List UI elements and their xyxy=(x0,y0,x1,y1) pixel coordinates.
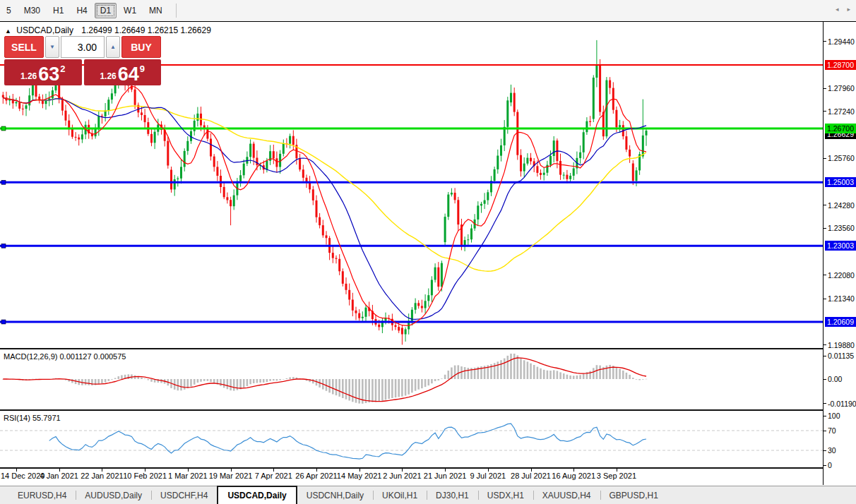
sell-price-display[interactable]: 1.26 63 2 xyxy=(4,59,82,85)
rsi-panel-canvas[interactable] xyxy=(0,411,823,467)
toolbar-divider xyxy=(176,4,177,18)
price-tick-label: 1.24280 xyxy=(828,200,855,210)
panel-separator[interactable] xyxy=(0,348,823,349)
volume-decrease-button[interactable]: ▼ xyxy=(45,36,59,58)
chart-tab-audusd-daily[interactable]: AUDUSD,Daily xyxy=(76,486,151,504)
macd-axis-label: -0.011904 xyxy=(828,399,856,409)
chart-window: ▲ USDCAD,Daily 1.26499 1.26649 1.26215 1… xyxy=(0,21,856,486)
sell-price-big: 63 xyxy=(38,65,59,84)
level-price-label-green: 1.26700 xyxy=(825,124,856,133)
rsi-axis-label: 100 xyxy=(828,411,840,421)
chart-symbol-label: USDCAD,Daily xyxy=(16,25,73,35)
axis-tick-mark xyxy=(824,450,826,451)
time-axis[interactable]: 14 Dec 20204 Jan 202122 Jan 202110 Feb 2… xyxy=(0,469,823,485)
price-tick-label: 1.27960 xyxy=(828,83,855,93)
buy-button[interactable]: BUY xyxy=(121,36,161,58)
buy-price-pip: 9 xyxy=(140,64,145,74)
axis-tick-mark xyxy=(824,275,826,275)
sell-button[interactable]: SELL xyxy=(4,36,44,58)
axis-tick-mark xyxy=(824,299,826,299)
axis-tick-mark xyxy=(824,356,826,356)
timeframe-button-m30[interactable]: M30 xyxy=(18,3,46,18)
price-tick-label: 1.19880 xyxy=(828,340,855,350)
axis-tick-mark xyxy=(824,228,826,229)
collapse-marker-icon[interactable]: ▲ xyxy=(5,28,11,35)
date-tick-label: 3 Sep 2021 xyxy=(597,472,636,480)
level-price-label-blue: 1.20609 xyxy=(825,317,856,327)
axis-tick-mark xyxy=(824,416,826,416)
level-price-label-blue: 1.23003 xyxy=(825,241,856,251)
chart-tab-dj30-h1[interactable]: DJ30,H1 xyxy=(427,486,478,504)
date-tick-label: 28 Jul 2021 xyxy=(511,472,551,480)
timeframe-button-w1[interactable]: W1 xyxy=(118,3,142,18)
chart-tab-eurusd-h4[interactable]: EURUSD,H4 xyxy=(8,486,76,504)
price-tick-label: 1.25760 xyxy=(828,153,855,163)
one-click-trade-panel: SELL ▼ 3.00 ▲ BUY 1.26 63 2 1.26 64 9 xyxy=(4,36,161,85)
timeframe-button-d1[interactable]: D1 xyxy=(95,3,117,18)
price-tick-label: 1.22080 xyxy=(828,270,855,280)
chart-ohlc-values: 1.26499 1.26649 1.26215 1.26629 xyxy=(81,25,211,35)
axis-tick-mark xyxy=(824,465,826,466)
price-axis[interactable]: 1.294401.279601.272401.257601.242801.235… xyxy=(823,22,856,485)
axis-tick-mark xyxy=(824,344,826,345)
macd-axis-label: 0.00 xyxy=(828,374,842,384)
date-tick-label: 1 Mar 2021 xyxy=(168,472,208,480)
tab-scroll-arrows: ◂ ▸ xyxy=(836,0,850,18)
price-tick-label: 1.23560 xyxy=(828,223,855,233)
axis-tick-mark xyxy=(824,158,826,159)
date-tick-label: 16 Aug 2021 xyxy=(552,472,595,480)
axis-tick-mark xyxy=(824,205,826,205)
panel-separator[interactable] xyxy=(0,409,823,411)
timeframe-button-h1[interactable]: H1 xyxy=(47,3,69,18)
date-tick-label: 2 Jun 2021 xyxy=(383,472,421,480)
chart-tab-bar: EURUSD,H4AUDUSD,DailyUSDCHF,H4USDCAD,Dai… xyxy=(0,486,856,504)
sell-price-pip: 2 xyxy=(60,64,65,74)
timeframe-button-5[interactable]: 5 xyxy=(1,3,17,18)
buy-price-big: 64 xyxy=(118,65,139,84)
date-tick-label: 26 Apr 2021 xyxy=(295,472,337,480)
date-tick-label: 22 Jan 2021 xyxy=(81,472,124,480)
sell-price-prefix: 1.26 xyxy=(20,71,37,81)
rsi-axis-label: 30 xyxy=(828,445,836,455)
rsi-axis-label: 70 xyxy=(828,426,836,436)
timeframe-button-h4[interactable]: H4 xyxy=(71,3,93,18)
price-tick-label: 1.27240 xyxy=(828,107,855,116)
date-tick-label: 7 Apr 2021 xyxy=(255,472,292,480)
buy-price-prefix: 1.26 xyxy=(100,71,116,81)
volume-increase-button[interactable]: ▲ xyxy=(106,36,120,58)
timeframe-toolbar: 5M30H1H4D1W1MN xyxy=(0,0,856,22)
date-tick-label: 21 Jun 2021 xyxy=(424,472,467,480)
date-tick-label: 10 Feb 2021 xyxy=(123,472,167,480)
date-tick-label: 14 May 2021 xyxy=(337,472,382,480)
chart-tab-ukoil-h1[interactable]: UKOil,H1 xyxy=(373,486,427,504)
tab-scroll-right-icon[interactable]: ▸ xyxy=(847,6,850,13)
chart-tab-usdcad-daily[interactable]: USDCAD,Daily xyxy=(217,486,297,504)
chart-tab-gbpusd-h1[interactable]: GBPUSD,H1 xyxy=(600,486,667,504)
macd-indicator-label: MACD(12,26,9) 0.001127 0.000575 xyxy=(4,352,126,361)
volume-field[interactable]: 3.00 xyxy=(61,36,105,58)
level-price-label-blue: 1.25003 xyxy=(825,177,856,187)
date-tick-label: 14 Dec 2020 xyxy=(1,472,44,480)
chart-tab-usdcnh-daily[interactable]: USDCNH,Daily xyxy=(297,486,373,504)
buy-price-display[interactable]: 1.26 64 9 xyxy=(84,59,162,85)
rsi-axis-label: 0 xyxy=(828,460,832,470)
date-tick-label: 4 Jan 2021 xyxy=(40,472,78,480)
chart-tab-xauusd-h4[interactable]: XAUUSD,H4 xyxy=(533,486,600,504)
level-price-label-red: 1.28700 xyxy=(825,60,856,70)
rsi-indicator-label: RSI(14) 55.7971 xyxy=(4,414,61,422)
tab-scroll-left-icon[interactable]: ◂ xyxy=(836,6,839,13)
price-tick-label: 1.29440 xyxy=(828,37,855,47)
macd-axis-label: 0.01135 xyxy=(828,351,854,361)
price-tick-label: 1.21340 xyxy=(828,294,855,304)
date-tick-label: 9 Jul 2021 xyxy=(470,472,506,480)
axis-tick-mark xyxy=(824,431,826,431)
axis-tick-mark xyxy=(824,403,826,404)
axis-tick-mark xyxy=(824,88,826,89)
axis-tick-mark xyxy=(824,41,826,42)
axis-tick-mark xyxy=(824,379,826,380)
axis-tick-mark xyxy=(824,111,826,112)
chart-tab-usdchf-h4[interactable]: USDCHF,H4 xyxy=(151,486,217,504)
timeframe-button-mn[interactable]: MN xyxy=(143,3,168,18)
chart-header: ▲ USDCAD,Daily 1.26499 1.26649 1.26215 1… xyxy=(5,25,211,35)
chart-tab-usdx-h1[interactable]: USDX,H1 xyxy=(478,486,533,504)
